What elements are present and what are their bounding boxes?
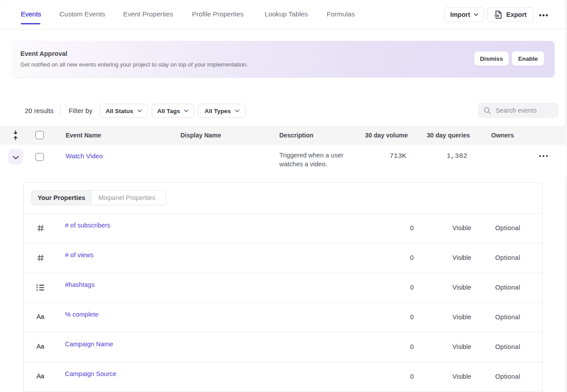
svg-text:CSV: CSV	[494, 14, 500, 18]
